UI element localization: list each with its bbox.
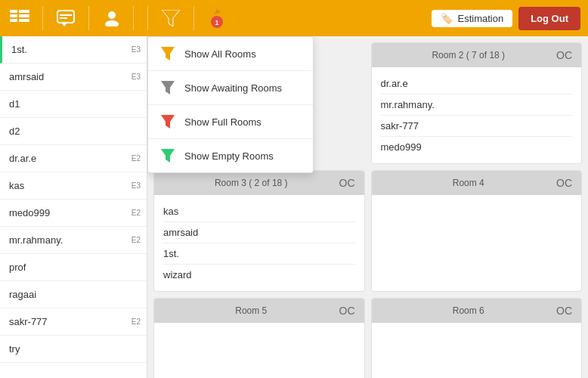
sidebar-item-label: medo999	[9, 207, 50, 218]
sidebar-item-label: kas	[9, 180, 24, 191]
estimation-flag-icon: 🏷️	[441, 13, 453, 24]
dropdown-overlay: Show All Rooms Show Awaiting Rooms Show …	[147, 36, 314, 173]
room-user: kas	[163, 201, 355, 222]
room-card: Room 5 OC	[153, 298, 365, 378]
sidebar-item-label: try	[9, 343, 20, 355]
grid-icon[interactable]	[8, 6, 32, 30]
room-card: Room 3 ( 2 of 18 ) OC kasamrsaid1st.wiza…	[153, 170, 365, 292]
room-title: Room 4	[381, 178, 557, 188]
glasses-icon[interactable]: OC	[556, 305, 572, 317]
sidebar-badge: E3	[132, 181, 141, 190]
sidebar-item[interactable]: try	[0, 336, 147, 363]
room-body: kasamrsaid1st.wizard	[154, 195, 364, 291]
room-user: mr.rahmany.	[381, 94, 573, 116]
room-body	[372, 323, 582, 378]
funnel-icon	[160, 46, 175, 61]
room-user: 1st.	[163, 243, 355, 265]
glasses-icon[interactable]: OC	[556, 177, 572, 189]
room-header: Room 4 OC	[372, 171, 582, 195]
sidebar-item[interactable]: prof	[0, 254, 147, 281]
svg-marker-18	[161, 81, 175, 94]
svg-rect-5	[19, 19, 29, 22]
sidebar-item[interactable]: amrsaidE3	[0, 64, 147, 91]
room-user: medo999	[381, 137, 573, 157]
sidebar-item[interactable]: kasE3	[0, 172, 147, 200]
sidebar-item[interactable]: d1	[0, 91, 147, 118]
estimation-label: Estimation	[457, 13, 503, 24]
room-user: wizard	[163, 265, 355, 285]
funnel-icon	[160, 80, 175, 95]
divider-4	[193, 6, 194, 30]
chat-icon[interactable]	[54, 6, 78, 30]
sidebar-item-label: sakr-777	[9, 316, 48, 327]
sidebar-item[interactable]: d2	[0, 118, 147, 145]
dropdown-item[interactable]: Show Awaiting Rooms	[148, 71, 313, 105]
dropdown-item-label: Show Awaiting Rooms	[184, 82, 282, 94]
glasses-icon[interactable]: OC	[556, 49, 572, 61]
sidebar-item[interactable]: ragaai	[0, 281, 147, 308]
sidebar-badge: E3	[132, 73, 141, 81]
svg-rect-2	[10, 19, 17, 22]
divider-1	[42, 6, 43, 30]
sidebar-item-label: amrsaid	[9, 71, 44, 82]
sidebar-item-label: d2	[9, 125, 20, 137]
main-layout: 1st.E3amrsaidE3d1d2dr.ar.eE2kasE3medo999…	[0, 36, 588, 378]
svg-text:1: 1	[215, 19, 218, 26]
room-body	[372, 195, 582, 256]
sidebar-item[interactable]: 1st.E3	[0, 36, 147, 64]
sidebar-item[interactable]: sakr-777E2	[0, 308, 147, 336]
glasses-icon[interactable]: OC	[339, 177, 355, 189]
room-user: dr.ar.e	[381, 73, 573, 94]
medal-icon[interactable]: 1	[205, 6, 229, 30]
sidebar-item-label: 1st.	[11, 44, 27, 55]
divider-3	[147, 6, 148, 30]
estimation-badge: 🏷️ Estimation	[432, 10, 512, 27]
room-card: Room 2 ( 7 of 18 ) OC dr.ar.emr.rahmany.…	[371, 42, 583, 164]
room-title: Room 3 ( 2 of 18 )	[163, 178, 339, 188]
sidebar-item[interactable]: dr.ar.eE2	[0, 145, 147, 172]
svg-rect-4	[19, 14, 29, 17]
dropdown-item[interactable]: Show Full Rooms	[148, 105, 313, 139]
sidebar-item[interactable]: mr.rahmany.E2	[0, 227, 147, 254]
svg-point-10	[108, 11, 116, 19]
filter-active-icon[interactable]	[159, 6, 183, 30]
svg-rect-0	[10, 10, 17, 13]
svg-marker-12	[162, 10, 180, 26]
svg-rect-1	[10, 14, 17, 17]
sidebar-item-label: dr.ar.e	[9, 153, 36, 164]
funnel-icon	[160, 114, 175, 129]
svg-marker-17	[161, 47, 175, 60]
glasses-icon[interactable]: OC	[339, 305, 355, 317]
logout-button[interactable]: Log Out	[518, 7, 580, 30]
svg-marker-19	[161, 115, 175, 129]
room-header: Room 3 ( 2 of 18 ) OC	[154, 171, 364, 195]
svg-rect-6	[57, 11, 74, 23]
dropdown-item-label: Show Empty Rooms	[184, 150, 274, 162]
sidebar-badge: E2	[132, 209, 141, 217]
room-body: dr.ar.emr.rahmany.sakr-777medo999	[372, 67, 582, 163]
dropdown-item[interactable]: Show All Rooms	[148, 37, 313, 71]
room-card: Room 4 OC	[371, 170, 583, 292]
sidebar-item[interactable]: medo999E2	[0, 200, 147, 227]
room-user: sakr-777	[381, 116, 573, 137]
room-header: Room 2 ( 7 of 18 ) OC	[372, 43, 582, 67]
sidebar-item-label: mr.rahmany.	[9, 234, 63, 246]
sidebar-badge: E3	[132, 45, 141, 54]
sidebar: 1st.E3amrsaidE3d1d2dr.ar.eE2kasE3medo999…	[0, 36, 147, 378]
room-title: Room 5	[163, 305, 339, 316]
user-icon[interactable]	[100, 6, 124, 30]
divider-2	[88, 6, 89, 30]
sidebar-badge: E2	[132, 154, 141, 163]
sidebar-item-label: d1	[9, 98, 20, 110]
filter-dropdown: Show All Rooms Show Awaiting Rooms Show …	[147, 36, 314, 173]
room-header: Room 5 OC	[154, 299, 364, 323]
sidebar-item-label: ragaai	[9, 289, 36, 300]
funnel-icon	[160, 148, 175, 163]
svg-marker-20	[161, 149, 175, 163]
dropdown-item[interactable]: Show Empty Rooms	[148, 139, 313, 172]
sidebar-badge: E2	[132, 318, 141, 326]
room-body	[154, 323, 364, 378]
room-title: Room 6	[381, 305, 557, 316]
header: 1 🏷️ Estimation Log Out	[0, 0, 588, 36]
room-card: Room 6 OC	[371, 298, 583, 378]
